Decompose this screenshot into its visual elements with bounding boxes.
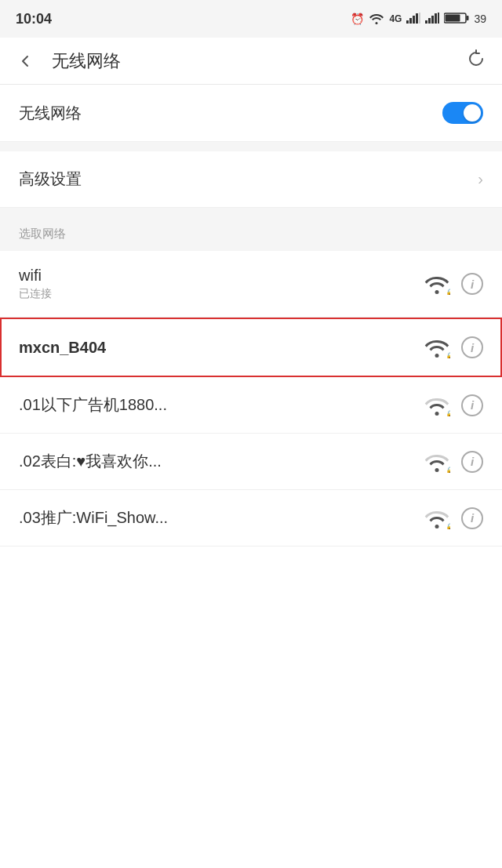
battery-icon bbox=[444, 12, 469, 27]
network-info-wifi: wifi 已连接 bbox=[19, 267, 52, 301]
network-item-mxcn[interactable]: mxcn_B404 🔒 i bbox=[0, 318, 502, 377]
network-info-02: .02表白:♥我喜欢你... bbox=[19, 451, 162, 472]
svg-rect-1 bbox=[409, 18, 412, 24]
separator-2 bbox=[0, 208, 502, 217]
network-name-01: .01以下广告机1880... bbox=[19, 394, 167, 416]
network-name-03: .03推广:WiFi_Show... bbox=[19, 507, 168, 528]
svg-text:🔒: 🔒 bbox=[446, 409, 450, 416]
svg-rect-0 bbox=[406, 20, 409, 24]
wifi-toggle-item: 无线网络 bbox=[0, 85, 502, 142]
info-button-wifi[interactable]: i bbox=[461, 273, 483, 295]
wifi-signal-icon-2: 🔒 bbox=[424, 394, 450, 416]
wifi-status-icon bbox=[369, 12, 384, 27]
advanced-settings-item[interactable]: 高级设置 › bbox=[0, 151, 502, 208]
network-item-03[interactable]: .03推广:WiFi_Show... 🔒 i bbox=[0, 490, 502, 547]
wifi-signal-icon-4: 🔒 bbox=[424, 507, 450, 529]
svg-rect-6 bbox=[428, 18, 431, 24]
svg-text:🔒: 🔒 bbox=[446, 288, 450, 295]
header: 无线网络 bbox=[0, 38, 502, 85]
network-right-mxcn: 🔒 i bbox=[424, 336, 483, 358]
page-title: 无线网络 bbox=[44, 49, 466, 73]
svg-rect-9 bbox=[438, 13, 439, 24]
svg-rect-11 bbox=[467, 16, 469, 20]
chevron-right-icon: › bbox=[478, 170, 483, 188]
network-section-label: 选取网络 bbox=[19, 227, 66, 240]
network-status-wifi: 已连接 bbox=[19, 287, 52, 301]
network-item-02[interactable]: .02表白:♥我喜欢你... 🔒 i bbox=[0, 434, 502, 490]
svg-text:🔒: 🔒 bbox=[446, 466, 450, 473]
wifi-signal-icon-1: 🔒 bbox=[424, 336, 450, 358]
battery-level: 39 bbox=[474, 13, 486, 25]
network-item-01[interactable]: .01以下广告机1880... 🔒 i bbox=[0, 377, 502, 434]
network-right-03: 🔒 i bbox=[424, 507, 483, 529]
network-section-header: 选取网络 bbox=[0, 217, 502, 251]
svg-text:🔒: 🔒 bbox=[446, 351, 450, 358]
status-time: 10:04 bbox=[16, 11, 52, 27]
refresh-button[interactable] bbox=[466, 49, 486, 74]
svg-rect-12 bbox=[446, 14, 460, 21]
network-info-mxcn: mxcn_B404 bbox=[19, 339, 106, 357]
network-item-wifi[interactable]: wifi 已连接 🔒 i bbox=[0, 251, 502, 318]
wifi-toggle-label: 无线网络 bbox=[19, 103, 82, 124]
network-name-mxcn: mxcn_B404 bbox=[19, 339, 106, 357]
network-item-mxcn-inner[interactable]: mxcn_B404 🔒 i bbox=[2, 319, 500, 376]
back-button[interactable] bbox=[16, 52, 44, 71]
svg-text:🔒: 🔒 bbox=[446, 522, 450, 529]
wifi-toggle-section: 无线网络 bbox=[0, 85, 502, 142]
network-right-02: 🔒 i bbox=[424, 451, 483, 473]
separator-1 bbox=[0, 142, 502, 151]
network-right-wifi: 🔒 i bbox=[424, 273, 483, 295]
alarm-icon: ⏰ bbox=[351, 13, 364, 25]
svg-rect-3 bbox=[416, 13, 418, 24]
network-info-03: .03推广:WiFi_Show... bbox=[19, 507, 168, 528]
network-list: wifi 已连接 🔒 i mxcn_B404 🔒 bbox=[0, 251, 502, 547]
info-button-02[interactable]: i bbox=[461, 451, 483, 473]
info-button-01[interactable]: i bbox=[461, 394, 483, 416]
svg-rect-8 bbox=[435, 13, 437, 24]
network-name-wifi: wifi bbox=[19, 267, 52, 285]
wifi-toggle-switch[interactable] bbox=[442, 102, 483, 124]
signal-icon-1 bbox=[406, 13, 420, 26]
advanced-settings-section: 高级设置 › bbox=[0, 151, 502, 208]
status-icons: ⏰ 4G bbox=[351, 12, 486, 27]
info-button-mxcn[interactable]: i bbox=[461, 336, 483, 358]
status-bar: 10:04 ⏰ 4G bbox=[0, 0, 502, 38]
info-button-03[interactable]: i bbox=[461, 507, 483, 529]
svg-rect-2 bbox=[413, 16, 415, 24]
svg-rect-5 bbox=[425, 20, 427, 24]
4g-icon: 4G bbox=[389, 13, 402, 24]
advanced-settings-label: 高级设置 bbox=[19, 169, 82, 190]
network-name-02: .02表白:♥我喜欢你... bbox=[19, 451, 162, 472]
wifi-signal-icon-3: 🔒 bbox=[424, 451, 450, 473]
network-right-01: 🔒 i bbox=[424, 394, 483, 416]
advanced-settings-right: › bbox=[478, 170, 483, 188]
signal-icon-2 bbox=[425, 13, 439, 26]
svg-rect-4 bbox=[419, 13, 420, 24]
svg-rect-7 bbox=[431, 16, 434, 24]
wifi-signal-icon-0: 🔒 bbox=[424, 273, 450, 295]
network-info-01: .01以下广告机1880... bbox=[19, 394, 167, 416]
